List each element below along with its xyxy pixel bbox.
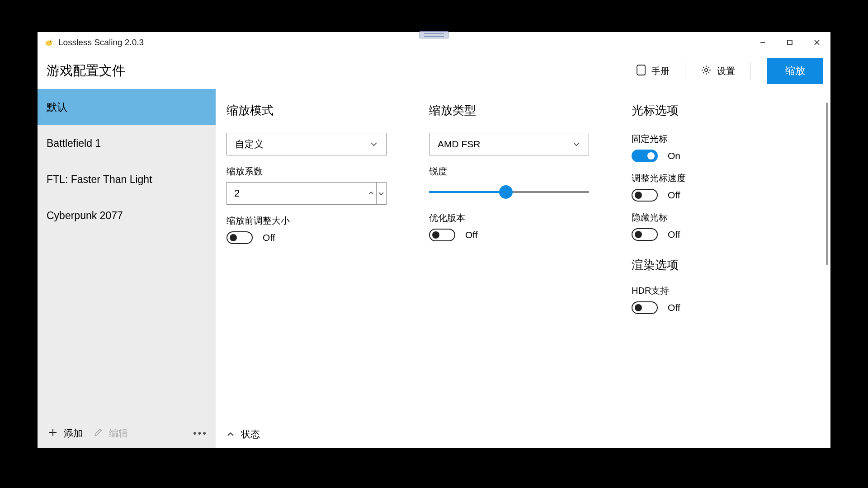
scale-button[interactable]: 缩放 bbox=[767, 58, 823, 84]
hdr-state: Off bbox=[668, 302, 680, 313]
manual-button[interactable]: 手册 bbox=[627, 60, 679, 83]
sharpness-label: 锐度 bbox=[429, 165, 632, 178]
scaling-mode-title: 缩放模式 bbox=[226, 103, 429, 118]
pencil-icon bbox=[94, 428, 103, 439]
scaling-type-select[interactable]: AMD FSR bbox=[429, 133, 589, 155]
lock-cursor-label: 固定光标 bbox=[632, 133, 820, 145]
lock-cursor-state: On bbox=[668, 150, 680, 161]
settings-label: 设置 bbox=[717, 65, 735, 77]
scrollbar[interactable] bbox=[826, 103, 828, 265]
window-title: Lossless Scaling 2.0.3 bbox=[58, 38, 749, 47]
page-title: 游戏配置文件 bbox=[47, 62, 627, 80]
app-window: Lossless Scaling 2.0.3 游戏配置文件 手册 设置 缩放 默… bbox=[38, 32, 830, 448]
profile-item[interactable]: Battlefield 1 bbox=[38, 125, 216, 161]
scaling-mode-select[interactable]: 自定义 bbox=[226, 133, 387, 155]
adjust-cursor-speed-state: Off bbox=[668, 190, 680, 201]
scaling-factor-label: 缩放系数 bbox=[226, 165, 429, 178]
profile-item-default[interactable]: 默认 bbox=[38, 89, 216, 125]
chevron-down-icon bbox=[572, 140, 580, 148]
rendering-options-title: 渲染选项 bbox=[632, 257, 820, 273]
toolbar: 游戏配置文件 手册 设置 缩放 bbox=[38, 53, 830, 89]
svg-point-6 bbox=[705, 68, 708, 71]
status-toggle[interactable]: 状态 bbox=[226, 428, 260, 441]
optimized-state: Off bbox=[465, 230, 478, 240]
resize-before-label: 缩放前调整大小 bbox=[226, 215, 429, 227]
profile-item[interactable]: FTL: Faster Than Light bbox=[38, 161, 216, 197]
adjust-cursor-speed-label: 调整光标速度 bbox=[632, 172, 820, 184]
gear-icon bbox=[701, 65, 712, 78]
hide-cursor-state: Off bbox=[668, 229, 680, 240]
optimized-toggle[interactable] bbox=[429, 229, 455, 241]
spinner-up-button[interactable] bbox=[366, 182, 377, 205]
cursor-options-title: 光标选项 bbox=[632, 103, 820, 118]
add-profile-button[interactable]: 添加 bbox=[48, 427, 83, 440]
spinner-down-button[interactable] bbox=[377, 182, 387, 205]
chevron-up-icon bbox=[226, 430, 235, 438]
optimized-label: 优化版本 bbox=[429, 212, 632, 224]
app-icon bbox=[44, 38, 54, 47]
minimize-button[interactable] bbox=[749, 32, 776, 53]
profile-list: 默认 Battlefield 1 FTL: Faster Than Light … bbox=[38, 89, 216, 419]
adjust-cursor-speed-toggle[interactable] bbox=[632, 189, 658, 202]
svg-point-0 bbox=[50, 41, 51, 42]
hdr-toggle[interactable] bbox=[632, 301, 658, 314]
hdr-label: HDR支持 bbox=[632, 285, 820, 297]
chevron-down-icon bbox=[370, 140, 378, 148]
resize-before-toggle[interactable] bbox=[226, 231, 253, 244]
window-drag-handle[interactable] bbox=[420, 31, 448, 38]
settings-button[interactable]: 设置 bbox=[692, 60, 744, 82]
lock-cursor-toggle[interactable] bbox=[632, 150, 658, 162]
manual-label: 手册 bbox=[651, 65, 670, 77]
profile-item[interactable]: Cyberpunk 2077 bbox=[38, 197, 216, 234]
plus-icon bbox=[48, 428, 57, 439]
sharpness-slider[interactable] bbox=[429, 182, 589, 193]
scaling-type-title: 缩放类型 bbox=[429, 103, 632, 118]
svg-rect-2 bbox=[788, 40, 792, 45]
svg-rect-5 bbox=[637, 65, 645, 75]
close-button[interactable] bbox=[803, 32, 830, 53]
hide-cursor-label: 隐藏光标 bbox=[632, 211, 820, 224]
resize-before-state: Off bbox=[263, 232, 275, 243]
edit-profile-button[interactable]: 编辑 bbox=[94, 427, 128, 440]
toolbar-separator bbox=[750, 62, 751, 80]
hide-cursor-toggle[interactable] bbox=[632, 228, 658, 241]
book-icon bbox=[636, 64, 646, 78]
toolbar-separator bbox=[685, 62, 685, 80]
main-panel: 缩放模式 自定义 缩放系数 缩放前调整大小 bbox=[216, 89, 830, 448]
scaling-factor-input[interactable] bbox=[226, 182, 366, 205]
maximize-button[interactable] bbox=[776, 32, 803, 53]
sidebar: 默认 Battlefield 1 FTL: Faster Than Light … bbox=[38, 89, 216, 448]
more-button[interactable]: ••• bbox=[193, 427, 208, 439]
